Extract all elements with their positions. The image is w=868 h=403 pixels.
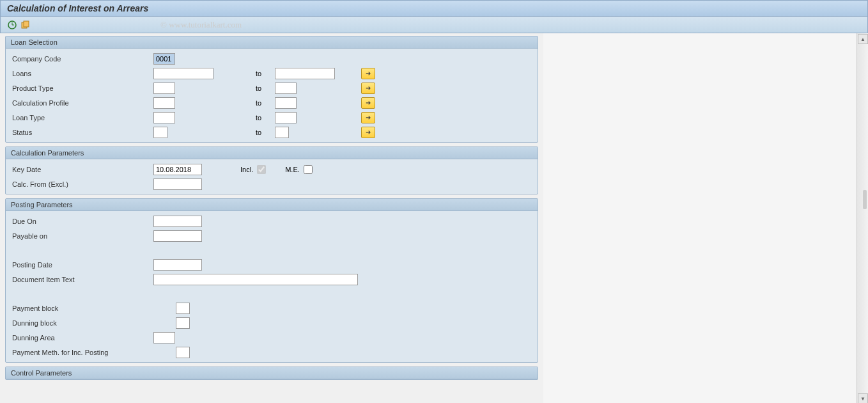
- payable-on-input[interactable]: [153, 230, 202, 242]
- group-loan-selection: Loan Selection Company Code Loans to ➜ P…: [5, 36, 538, 143]
- due-on-input[interactable]: [153, 216, 202, 227]
- right-blank-area: ▲ ▼: [543, 33, 868, 403]
- arrow-right-icon: ➜: [366, 129, 371, 136]
- calc-from-label: Calc. From (Excl.): [10, 180, 153, 188]
- calc-from-input[interactable]: [153, 178, 202, 190]
- payment-meth-label: Payment Meth. for Inc. Posting: [10, 349, 176, 356]
- execute-icon[interactable]: [7, 20, 17, 30]
- loans-from-input[interactable]: [153, 68, 213, 79]
- payable-on-label: Payable on: [10, 232, 153, 240]
- group-control-parameters: Control Parameters: [5, 367, 538, 380]
- group-header: Loan Selection: [6, 36, 538, 49]
- multiple-selection-button[interactable]: ➜: [361, 97, 375, 109]
- arrow-right-icon: ➜: [366, 114, 371, 121]
- dunning-area-input[interactable]: [153, 332, 175, 344]
- variant-icon[interactable]: [20, 20, 30, 30]
- product-type-from-input[interactable]: [153, 83, 175, 94]
- posting-date-input[interactable]: [153, 259, 202, 271]
- arrow-right-icon: ➜: [366, 84, 371, 91]
- scroll-down-icon[interactable]: ▼: [858, 393, 868, 403]
- loan-type-label: Loan Type: [10, 114, 153, 122]
- group-calc-parameters: Calculation Parameters Key Date Incl. M.…: [5, 146, 538, 194]
- main-panel: Loan Selection Company Code Loans to ➜ P…: [0, 33, 543, 403]
- multiple-selection-button[interactable]: ➜: [361, 112, 375, 123]
- to-label: to: [256, 84, 275, 92]
- product-type-label: Product Type: [10, 84, 153, 92]
- watermark-text: © www.tutorialkart.com: [160, 20, 242, 30]
- to-label: to: [256, 99, 275, 107]
- payment-block-label: Payment block: [10, 304, 176, 312]
- incl-label: Incl.: [240, 166, 253, 173]
- dunning-block-label: Dunning block: [10, 319, 176, 327]
- company-code-label: Company Code: [10, 55, 153, 63]
- calc-profile-label: Calculation Profile: [10, 99, 153, 107]
- key-date-label: Key Date: [10, 166, 153, 173]
- multiple-selection-button[interactable]: ➜: [361, 127, 375, 138]
- to-label: to: [256, 129, 275, 136]
- group-header: Control Parameters: [6, 367, 538, 379]
- multiple-selection-button[interactable]: ➜: [361, 83, 375, 94]
- company-code-input[interactable]: [153, 53, 175, 65]
- calc-profile-from-input[interactable]: [153, 97, 175, 109]
- loans-to-input[interactable]: [275, 68, 335, 79]
- scroll-grip[interactable]: [863, 190, 867, 209]
- dunning-area-label: Dunning Area: [10, 334, 153, 342]
- arrow-right-icon: ➜: [366, 99, 371, 106]
- incl-checkbox: [257, 165, 266, 174]
- to-label: to: [256, 70, 275, 77]
- payment-block-input[interactable]: [176, 303, 190, 314]
- key-date-input[interactable]: [153, 164, 202, 175]
- svg-rect-4: [24, 21, 29, 27]
- me-label: M.E.: [285, 166, 300, 173]
- group-posting-parameters: Posting Parameters Due On Payable on Pos…: [5, 198, 538, 363]
- doc-item-text-input[interactable]: [153, 274, 358, 285]
- dunning-block-input[interactable]: [176, 317, 190, 329]
- loans-label: Loans: [10, 70, 153, 77]
- multiple-selection-button[interactable]: ➜: [361, 68, 375, 79]
- status-to-input[interactable]: [275, 127, 289, 138]
- vertical-scrollbar[interactable]: ▲ ▼: [856, 33, 868, 403]
- group-header: Posting Parameters: [6, 199, 538, 211]
- content-area: Loan Selection Company Code Loans to ➜ P…: [0, 33, 868, 403]
- payment-meth-input[interactable]: [176, 347, 190, 358]
- loan-type-from-input[interactable]: [153, 112, 175, 123]
- arrow-right-icon: ➜: [366, 70, 371, 77]
- doc-item-text-label: Document Item Text: [10, 276, 153, 283]
- scroll-up-icon[interactable]: ▲: [858, 34, 868, 44]
- status-label: Status: [10, 129, 153, 136]
- to-label: to: [256, 114, 275, 122]
- application-toolbar: © www.tutorialkart.com: [0, 17, 868, 33]
- product-type-to-input[interactable]: [275, 83, 297, 94]
- me-checkbox[interactable]: [304, 165, 313, 174]
- loan-type-to-input[interactable]: [275, 112, 297, 123]
- calc-profile-to-input[interactable]: [275, 97, 297, 109]
- window-title: Calculation of Interest on Arrears: [0, 0, 868, 17]
- due-on-label: Due On: [10, 217, 153, 225]
- status-from-input[interactable]: [153, 127, 167, 138]
- posting-date-label: Posting Date: [10, 261, 153, 269]
- group-header: Calculation Parameters: [6, 147, 538, 159]
